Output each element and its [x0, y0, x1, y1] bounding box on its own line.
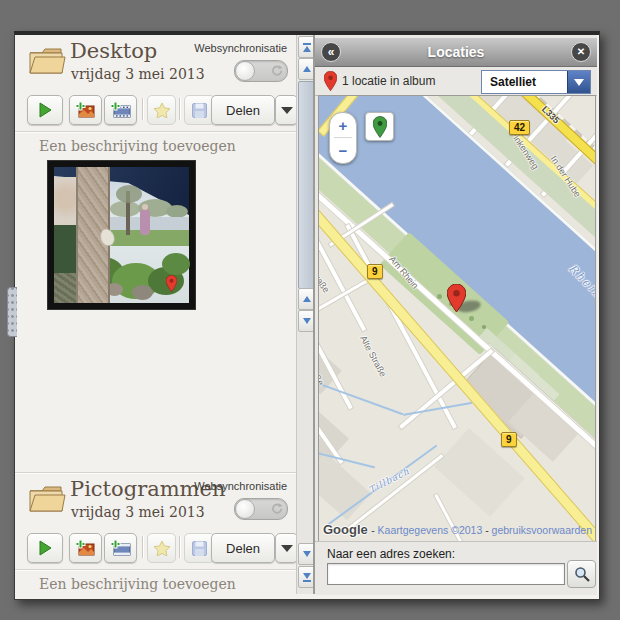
map-type-value: Satelliet	[490, 75, 536, 89]
collapse-icon: «	[328, 46, 335, 58]
add-photo-icon	[76, 540, 95, 556]
photo-pot	[132, 285, 153, 300]
toggle-knob	[235, 499, 255, 519]
add-video-button[interactable]	[104, 533, 137, 563]
websync-toggle[interactable]	[234, 60, 288, 82]
toolbar-separator	[179, 536, 180, 558]
map-type-dropdown[interactable]: Satelliet	[481, 70, 591, 94]
map-attribution: - Kaartgegevens ©2013 - gebruiksvoorwaar…	[371, 524, 592, 536]
arrow-up-icon	[303, 66, 311, 72]
attribution-separator: -	[485, 524, 489, 536]
add-video-icon	[111, 102, 131, 118]
album-list-scrollbar[interactable]	[296, 35, 314, 594]
photo-sketch-panel	[54, 273, 76, 303]
share-button-label: Delen	[226, 103, 260, 118]
arrow-up-icon	[303, 296, 311, 302]
share-dropdown-button[interactable]	[275, 533, 296, 563]
toolbar-separator	[179, 98, 180, 120]
address-search-section: Naar een adres zoeken:	[315, 541, 597, 595]
google-logo: Google	[323, 522, 368, 537]
add-video-button[interactable]	[104, 95, 137, 125]
album-list-panel: Desktop vrijdag 3 mei 2013 Websynchronis…	[15, 35, 296, 594]
album-toolbar: Delen	[15, 531, 296, 565]
street-label: Alte Straße	[358, 334, 388, 378]
map-canvas[interactable]: L335 Finkenweg In der Hube Am Rhein Alte…	[318, 95, 596, 542]
album-description-field[interactable]: Een beschrijving toevoegen	[39, 138, 236, 154]
dropdown-arrow-button[interactable]	[567, 71, 590, 93]
folder-icon	[28, 482, 66, 514]
address-search-input[interactable]	[327, 563, 565, 585]
share-button-label: Delen	[226, 541, 260, 556]
save-icon	[192, 103, 207, 118]
websync-toggle[interactable]	[234, 498, 288, 520]
stream-label: Tillbach	[367, 466, 411, 495]
websync-label: Websynchronisatie	[194, 480, 287, 492]
panel-collapse-handle[interactable]	[7, 287, 17, 337]
share-dropdown-button[interactable]	[275, 95, 296, 125]
close-panel-button[interactable]: ✕	[571, 42, 591, 62]
close-icon: ✕	[577, 47, 585, 57]
album-description-field[interactable]: Een beschrijving toevoegen	[39, 576, 236, 592]
star-icon	[154, 541, 170, 556]
collapse-panel-button[interactable]: «	[321, 42, 341, 62]
divider	[15, 569, 296, 570]
add-video-icon	[111, 540, 131, 556]
album-date: vrijdag 3 mei 2013	[71, 66, 205, 82]
album-toolbar: Delen	[15, 93, 296, 127]
add-photos-button[interactable]	[69, 95, 102, 125]
play-slideshow-button[interactable]	[27, 95, 63, 125]
photo-geotag-pin-icon	[166, 275, 177, 292]
route-badge-9: 9	[367, 264, 383, 279]
chevron-down-icon	[281, 107, 293, 114]
bar-icon	[303, 580, 311, 582]
map-zoom-control: + −	[329, 112, 357, 164]
arrow-down-icon	[303, 551, 311, 557]
picasa-window: Desktop vrijdag 3 mei 2013 Websynchronis…	[14, 31, 600, 600]
zoom-out-button[interactable]: −	[330, 138, 356, 162]
photo-thumbnail[interactable]	[48, 161, 195, 309]
address-search-button[interactable]	[567, 560, 596, 588]
location-pin-icon	[324, 71, 337, 91]
websync-label: Websynchronisatie	[194, 42, 287, 54]
photo-green-panel	[54, 225, 76, 273]
star-icon	[154, 103, 170, 118]
toggle-knob	[235, 61, 255, 81]
share-button[interactable]: Delen	[211, 533, 275, 563]
locations-subbar: 1 locatie in album Satelliet	[315, 67, 597, 96]
play-icon	[37, 540, 53, 556]
sync-icon	[270, 502, 283, 515]
red-map-marker[interactable]	[447, 284, 466, 312]
terms-link[interactable]: gebruiksvoorwaarden	[492, 524, 592, 536]
star-button[interactable]	[147, 533, 176, 563]
album-date: vrijdag 3 mei 2013	[71, 504, 205, 520]
map-data-link[interactable]: Kaartgegevens ©2013	[378, 524, 483, 536]
album-title[interactable]: Desktop	[70, 39, 157, 63]
photo-bush	[162, 253, 190, 275]
photo-figure	[140, 209, 150, 235]
divider	[15, 131, 296, 132]
play-slideshow-button[interactable]	[27, 533, 63, 563]
add-photo-icon	[76, 102, 95, 118]
locations-title: Locaties	[428, 44, 485, 60]
locations-header: « Locaties ✕	[315, 38, 597, 67]
star-button[interactable]	[147, 95, 176, 125]
chevron-down-icon	[574, 79, 584, 86]
address-search-label: Naar een adres zoeken:	[327, 547, 455, 561]
add-photos-button[interactable]	[69, 533, 102, 563]
play-icon	[37, 102, 53, 118]
share-button[interactable]: Delen	[211, 95, 275, 125]
add-location-pin-button[interactable]	[365, 112, 394, 141]
chevron-down-icon	[281, 545, 293, 552]
arrow-down-icon	[303, 573, 311, 579]
search-icon	[574, 566, 590, 582]
route-badge-9: 9	[501, 432, 517, 447]
attribution-separator: -	[371, 524, 375, 536]
location-count-label: 1 locatie in album	[342, 74, 435, 88]
route-badge-42: 42	[509, 120, 530, 135]
bar-icon	[303, 43, 311, 45]
arrow-up-icon	[303, 46, 311, 52]
album-section-desktop: Desktop vrijdag 3 mei 2013 Websynchronis…	[15, 37, 296, 473]
zoom-in-button[interactable]: +	[330, 113, 356, 137]
toolbar-separator	[142, 536, 143, 558]
album-section-pictogrammen: Pictogrammen vrijdag 3 mei 2013 Websynch…	[15, 475, 296, 594]
